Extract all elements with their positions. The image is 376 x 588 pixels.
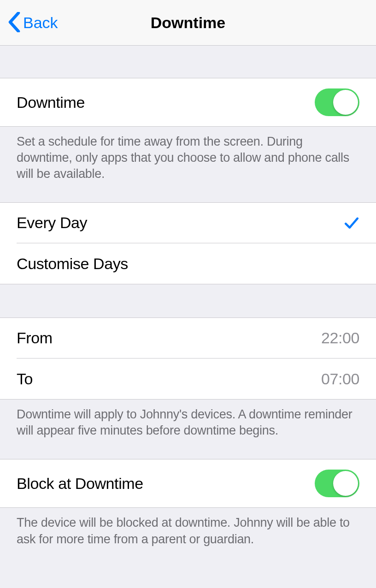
downtime-toggle-section: Downtime bbox=[0, 78, 376, 127]
block-label: Block at Downtime bbox=[17, 475, 143, 493]
toggle-knob bbox=[333, 471, 358, 496]
downtime-toggle-row: Downtime bbox=[0, 78, 376, 126]
checkmark-icon bbox=[344, 215, 359, 231]
schedule-mode-section: Every Day Customise Days bbox=[0, 202, 376, 284]
downtime-footer: Set a schedule for time away from the sc… bbox=[0, 127, 376, 189]
from-label: From bbox=[17, 329, 53, 347]
to-row[interactable]: To 07:00 bbox=[17, 359, 376, 399]
downtime-toggle[interactable] bbox=[315, 88, 359, 116]
block-footer: The device will be blocked at downtime. … bbox=[0, 508, 376, 554]
chevron-left-icon bbox=[8, 12, 20, 32]
every-day-row[interactable]: Every Day bbox=[17, 203, 376, 243]
from-value: 22:00 bbox=[321, 329, 359, 347]
spacer bbox=[0, 46, 376, 78]
back-button[interactable]: Back bbox=[0, 0, 58, 45]
spacer bbox=[0, 446, 376, 459]
from-row[interactable]: From 22:00 bbox=[17, 318, 376, 359]
every-day-label: Every Day bbox=[17, 214, 87, 232]
to-value: 07:00 bbox=[321, 370, 359, 388]
to-label: To bbox=[17, 370, 33, 388]
block-section: Block at Downtime bbox=[0, 459, 376, 508]
navbar: Back Downtime bbox=[0, 0, 376, 46]
spacer bbox=[0, 284, 376, 318]
customise-days-label: Customise Days bbox=[17, 255, 128, 273]
block-toggle-row: Block at Downtime bbox=[0, 459, 376, 507]
customise-days-row[interactable]: Customise Days bbox=[17, 243, 376, 284]
downtime-label: Downtime bbox=[17, 94, 85, 112]
toggle-knob bbox=[333, 90, 358, 115]
back-label: Back bbox=[23, 14, 58, 32]
times-footer: Downtime will apply to Johnny's devices.… bbox=[0, 400, 376, 446]
block-toggle[interactable] bbox=[315, 470, 359, 497]
spacer bbox=[0, 189, 376, 202]
times-section: From 22:00 To 07:00 bbox=[0, 318, 376, 400]
